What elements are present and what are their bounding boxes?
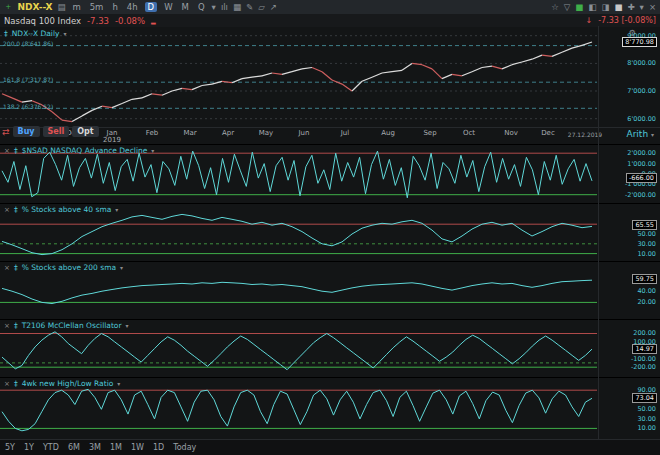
notes-icon[interactable]: ▱ (258, 2, 265, 12)
chevron-down-icon[interactable]: ▾ (115, 206, 118, 213)
axis-tick: 200.00 (633, 329, 656, 337)
timeframe-m-monthly[interactable]: M (180, 2, 191, 12)
timeframe-h[interactable]: h (110, 2, 119, 12)
range-bar: 5Y 1Y YTD 6M 3M 1M 1W 1D Today (0, 439, 660, 455)
symbol-label[interactable]: NDX--X (18, 2, 53, 12)
month-label: Apr (222, 129, 234, 137)
close-icon[interactable]: × (4, 322, 10, 330)
divider (0, 261, 660, 262)
buy-button[interactable]: Buy (13, 126, 40, 137)
panel-title[interactable]: % Stocks above 40 sma (22, 205, 112, 214)
layout-icon[interactable]: ■ (614, 2, 622, 12)
drag-handle-icon[interactable]: ‡ (4, 29, 8, 38)
range-1y[interactable]: 1Y (24, 443, 34, 452)
scale-mode-selector[interactable]: Arith ▾ (627, 129, 654, 139)
panel-title[interactable]: $NSAD NASDAQ Advance Decline (22, 146, 148, 155)
chevron-down-icon[interactable]: ▾ (63, 30, 66, 37)
timeframe-d-selected[interactable]: D (145, 2, 158, 12)
scale-toggle-icon[interactable]: ◧ (588, 2, 596, 12)
chart-type-icon[interactable]: ılı (221, 2, 228, 12)
last-value-box: -666.00 (626, 173, 657, 183)
panel-header-advance-decline: × ‡ $NSAD NASDAQ Advance Decline ▾ (4, 146, 154, 155)
chart-toolbar: ＋ NDX--X ▤ m 5m h 4h D W M Q ▾ ılı ▦ ✎ ▱… (0, 0, 660, 14)
month-label: Jun (299, 129, 310, 137)
range-1m[interactable]: 1M (110, 443, 122, 452)
drag-handle-icon[interactable]: ‡ (14, 205, 18, 214)
panel-title[interactable]: % Stocks above 200 sma (22, 263, 116, 272)
link-dot-icon[interactable]: ■ (575, 2, 583, 12)
fib-level-label: 200.0 (8'641.86) (3, 40, 53, 47)
panel-title[interactable]: T2106 McClellan Oscillator (22, 321, 122, 330)
watchlist-icon[interactable]: ▤ (57, 2, 65, 12)
options-button[interactable]: Opt (72, 126, 98, 137)
chevron-down-icon[interactable]: ▾ (117, 380, 120, 387)
arrow-down-icon: ↓ (586, 16, 593, 25)
axis-tick: 10.00 (637, 424, 656, 432)
axis-tick: 50.00 (637, 405, 656, 413)
change-value: -7.33 (87, 16, 109, 26)
range-ytd[interactable]: YTD (43, 443, 59, 452)
close-icon[interactable]: × (4, 380, 10, 388)
last-value-box: 65.55 (632, 220, 657, 230)
star-icon[interactable]: ☆ (551, 2, 559, 12)
trade-button-bar: ⇄ Buy Sell Opt (2, 126, 99, 137)
chevron-down-icon[interactable]: ▾ (212, 2, 216, 12)
timeframe-4h[interactable]: 4h (125, 2, 140, 12)
highlow-ratio-chart[interactable] (0, 384, 660, 438)
divider (0, 377, 660, 378)
month-label: Jul (341, 129, 349, 137)
caret-down-icon[interactable]: ▾ (640, 2, 644, 12)
swap-icon[interactable]: ⇄ (2, 127, 10, 137)
drag-handle-icon[interactable]: ‡ (14, 379, 18, 388)
filter-icon[interactable]: ▽ (564, 2, 571, 12)
panel-header-above-200sma: × ‡ % Stocks above 200 sma ▾ (4, 263, 123, 272)
trading-platform-window: ＋ NDX--X ▤ m 5m h 4h D W M Q ▾ ılı ▦ ✎ ▱… (0, 0, 660, 455)
chevron-down-icon[interactable]: ▾ (151, 147, 154, 154)
add-symbol-icon[interactable]: ＋ (4, 1, 13, 13)
drag-handle-icon[interactable]: ‡ (14, 146, 18, 155)
timeframe-5m[interactable]: 5m (88, 2, 106, 12)
last-price-box: 8'770.98 (622, 37, 657, 47)
close-icon[interactable]: × (4, 206, 10, 214)
main-chart-title-label[interactable]: NDX--X Daily (12, 29, 60, 38)
advance-decline-chart[interactable] (0, 148, 660, 202)
range-5y[interactable]: 5Y (5, 443, 15, 452)
timeframe-q[interactable]: Q (196, 2, 207, 12)
close-icon[interactable]: × (4, 147, 10, 155)
axis-tick: 30.00 (637, 415, 656, 423)
range-1w[interactable]: 1W (131, 443, 144, 452)
chevron-down-icon[interactable]: ▾ (120, 264, 123, 271)
main-chart-title: ‡ NDX--X Daily ▾ (4, 29, 66, 38)
close-icon[interactable]: × (649, 2, 656, 12)
index-name: Nasdaq 100 Index (4, 16, 81, 26)
mcclellan-oscillator-chart[interactable] (0, 328, 660, 376)
axis-tick: 50.00 (637, 230, 656, 238)
timeframe-w[interactable]: W (162, 2, 174, 12)
timeframe-m[interactable]: m (70, 2, 82, 12)
mini-bar-icon: ▂ (151, 17, 156, 24)
axis-tick: -2'000.00 (625, 191, 656, 199)
month-label: Aug (381, 129, 395, 137)
text-toggle-icon[interactable]: ◨ (601, 2, 609, 12)
panel-title[interactable]: 4wk new High/Low Ratio (22, 379, 114, 388)
range-today[interactable]: Today (173, 443, 196, 452)
range-3m[interactable]: 3M (89, 443, 101, 452)
fib-level-label: 138.2 (6'376.52) (3, 103, 53, 110)
close-icon[interactable]: × (4, 264, 10, 272)
drag-handle-icon[interactable]: ‡ (14, 321, 18, 330)
draw-icon[interactable]: ✎ (246, 2, 253, 12)
move-icon[interactable]: ✚ (627, 2, 634, 12)
compare-icon[interactable]: ▦ (233, 2, 241, 12)
chevron-down-icon[interactable]: ▾ (126, 322, 129, 329)
drag-handle-icon[interactable]: ‡ (14, 263, 18, 272)
sell-button[interactable]: Sell (43, 126, 70, 137)
scale-mode-label: Arith (627, 129, 649, 139)
month-label: Dec (541, 129, 555, 137)
range-1d[interactable]: 1D (153, 443, 164, 452)
share-icon[interactable]: ↗ (270, 2, 277, 12)
divider (0, 127, 660, 128)
main-price-chart[interactable] (0, 26, 660, 127)
range-6m[interactable]: 6M (68, 443, 80, 452)
above-200sma-chart[interactable] (0, 270, 660, 318)
above-40sma-chart[interactable] (0, 212, 660, 260)
